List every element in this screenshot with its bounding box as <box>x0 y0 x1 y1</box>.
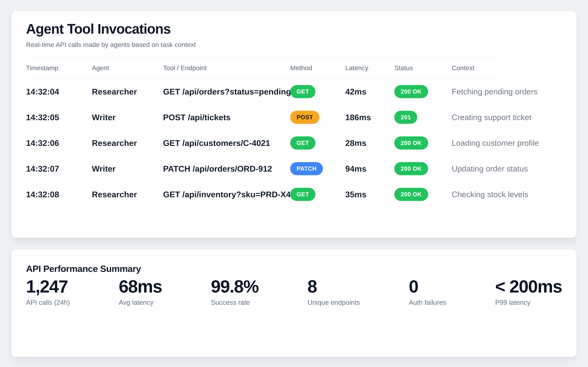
summary-stat: 1,247 API calls (24h) <box>26 277 70 306</box>
cell-endpoint: PATCH /api/orders/ORD-912 <box>163 164 290 173</box>
summary-title: API Performance Summary <box>26 263 562 274</box>
table-header-row: TimestampAgentTool / EndpointMethodLaten… <box>26 57 498 79</box>
table-body: 14:32:04 Researcher GET /api/orders?stat… <box>26 79 562 207</box>
page-subtitle: Real-time API calls made by agents based… <box>26 41 562 49</box>
cell-agent: Researcher <box>92 138 163 148</box>
summary-stat: < 200ms P99 latency <box>495 277 562 306</box>
cell-context: Loading customer profile <box>452 138 498 148</box>
page: Agent Tool Invocations Real-time API cal… <box>0 0 588 367</box>
stat-value: 0 <box>409 277 446 296</box>
cell-endpoint: GET /api/customers/C-4021 <box>163 138 290 148</box>
table-row: 14:32:07 Writer PATCH /api/orders/ORD-91… <box>26 156 498 182</box>
stat-value: 1,247 <box>26 277 70 296</box>
stat-value: < 200ms <box>495 277 562 296</box>
cell-endpoint: POST /api/tickets <box>163 113 290 122</box>
cell-latency: 28ms <box>345 138 394 148</box>
cell-context: Creating support ticket <box>452 113 498 122</box>
cell-latency: 186ms <box>345 113 394 122</box>
column-header-latency: Latency <box>345 64 394 72</box>
stat-value: 8 <box>307 277 360 296</box>
column-header-agent: Agent <box>92 64 163 72</box>
summary-card: API Performance Summary 1,247 API calls … <box>11 249 577 357</box>
status-badge: 200 OK <box>394 85 428 98</box>
status-badge: 200 OK <box>394 162 428 175</box>
stat-value: 68ms <box>119 277 162 296</box>
cell-timestamp: 14:32:05 <box>26 113 92 122</box>
cell-endpoint: GET /api/orders?status=pending <box>163 87 290 96</box>
column-header-method: Method <box>290 64 345 72</box>
cell-context: Updating order status <box>452 164 498 173</box>
stat-label: Avg latency <box>119 299 162 306</box>
stat-value: 99.8% <box>211 277 259 296</box>
cell-latency: 94ms <box>345 164 394 173</box>
summary-stat: 99.8% Success rate <box>211 277 259 306</box>
table-row: 14:32:06 Researcher GET /api/customers/C… <box>26 130 498 156</box>
invocations-table: TimestampAgentTool / EndpointMethodLaten… <box>26 57 562 207</box>
status-badge: 200 OK <box>394 136 428 150</box>
cell-agent: Researcher <box>92 190 163 199</box>
stat-label: Unique endpoints <box>307 299 360 306</box>
stat-label: API calls (24h) <box>26 299 70 306</box>
cell-timestamp: 14:32:07 <box>26 164 92 173</box>
cell-agent: Writer <box>92 113 163 122</box>
cell-timestamp: 14:32:06 <box>26 138 92 148</box>
status-badge: 201 <box>394 111 417 124</box>
status-badge: 200 OK <box>394 188 428 201</box>
method-badge: GET <box>290 85 315 98</box>
cell-latency: 35ms <box>345 190 394 199</box>
summary-stat: 8 Unique endpoints <box>307 277 360 306</box>
column-header-context: Context <box>452 64 498 72</box>
stat-label: P99 latency <box>495 299 562 306</box>
cell-agent: Researcher <box>92 87 163 96</box>
summary-stat: 0 Auth failures <box>409 277 446 306</box>
table-row: 14:32:04 Researcher GET /api/orders?stat… <box>26 79 498 104</box>
summary-stat: 68ms Avg latency <box>119 277 162 306</box>
cell-context: Fetching pending orders <box>452 87 498 96</box>
column-header-timestamp: Timestamp <box>26 64 92 72</box>
page-title: Agent Tool Invocations <box>26 21 562 37</box>
cell-latency: 42ms <box>345 87 394 96</box>
method-badge: GET <box>290 188 315 201</box>
column-header-status: Status <box>394 64 452 72</box>
cell-agent: Writer <box>92 164 163 173</box>
stat-label: Success rate <box>211 299 259 306</box>
table-row: 14:32:05 Writer POST /api/tickets POST 1… <box>26 104 498 130</box>
column-header-tool-endpoint: Tool / Endpoint <box>163 64 290 72</box>
stat-label: Auth failures <box>409 299 446 306</box>
method-badge: POST <box>290 111 320 124</box>
cell-timestamp: 14:32:08 <box>26 190 92 199</box>
cell-timestamp: 14:32:04 <box>26 87 92 96</box>
method-badge: GET <box>290 136 315 150</box>
summary-stats-row: 1,247 API calls (24h) 68ms Avg latency 9… <box>26 277 562 306</box>
cell-context: Checking stock levels <box>452 190 498 199</box>
invocations-card: Agent Tool Invocations Real-time API cal… <box>11 11 577 238</box>
cell-endpoint: GET /api/inventory?sku=PRD-X42 <box>163 190 290 199</box>
table-row: 14:32:08 Researcher GET /api/inventory?s… <box>26 182 498 207</box>
method-badge: PATCH <box>290 162 323 175</box>
